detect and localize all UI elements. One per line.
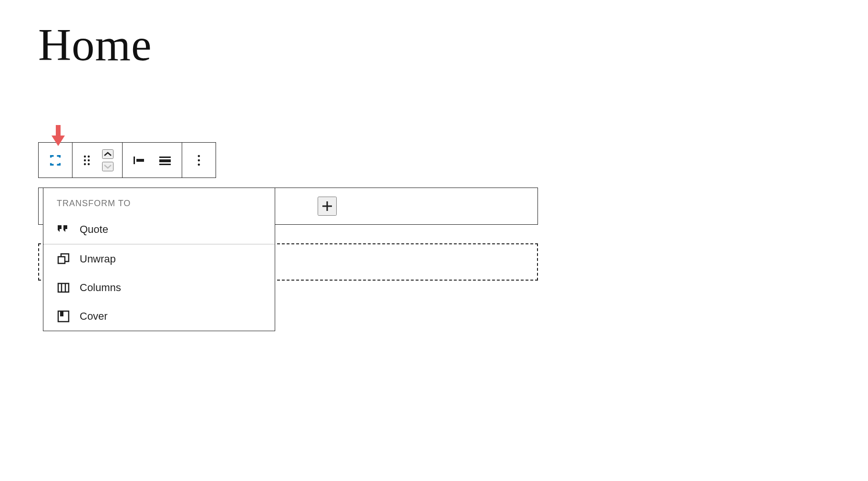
arrow-indicator [52,125,65,146]
columns-icon [57,281,70,294]
align-wide-icon [158,154,172,167]
svg-rect-8 [136,159,144,162]
toolbar-group-block-type [39,143,72,178]
svg-point-5 [84,163,86,165]
transform-option-cover[interactable]: Cover [43,302,275,331]
dropdown-header: TRANSFORM TO [43,188,275,215]
unwrap-icon [57,252,70,266]
chevron-up-icon [103,151,113,157]
block-toolbar [38,142,216,178]
svg-point-4 [88,159,90,161]
svg-rect-7 [134,157,135,164]
svg-point-2 [88,155,90,157]
svg-rect-16 [58,283,69,292]
svg-point-13 [198,159,200,161]
align-left-icon [133,154,146,167]
move-stack [97,143,118,178]
align-left-button[interactable] [126,143,152,178]
svg-point-3 [84,159,86,161]
move-up-button[interactable] [102,149,114,159]
svg-rect-20 [60,311,63,316]
option-label: Columns [80,282,121,294]
plus-icon [320,199,334,213]
toolbar-group-more [182,143,216,178]
svg-rect-11 [159,164,171,165]
transform-option-quote[interactable]: Quote [43,215,275,244]
more-options-button[interactable] [186,143,212,178]
drag-icon [80,154,93,167]
add-block-button[interactable] [318,197,337,216]
option-label: Quote [80,223,108,236]
more-vertical-icon [192,154,206,167]
chevron-down-icon [103,164,113,169]
transform-option-unwrap[interactable]: Unwrap [43,245,275,273]
option-label: Unwrap [80,253,116,265]
svg-rect-10 [159,159,171,162]
transform-option-columns[interactable]: Columns [43,273,275,302]
svg-point-1 [84,155,86,157]
toolbar-group-align [123,143,182,178]
svg-point-6 [88,163,90,165]
svg-rect-9 [159,157,171,158]
svg-rect-15 [58,257,65,263]
cover-icon [57,310,70,323]
transform-dropdown: TRANSFORM TO Quote Unwrap Colum [43,188,275,331]
svg-rect-0 [56,125,61,136]
page-title: Home [38,18,152,71]
block-type-button[interactable] [42,143,68,178]
toolbar-group-move [72,143,123,178]
drag-handle-button[interactable] [76,143,97,178]
separator-block-icon [49,154,62,167]
svg-point-12 [198,155,200,157]
quote-icon [57,223,70,236]
move-down-button[interactable] [102,162,114,171]
svg-point-14 [198,163,200,166]
align-wide-button[interactable] [152,143,178,178]
option-label: Cover [80,310,108,323]
